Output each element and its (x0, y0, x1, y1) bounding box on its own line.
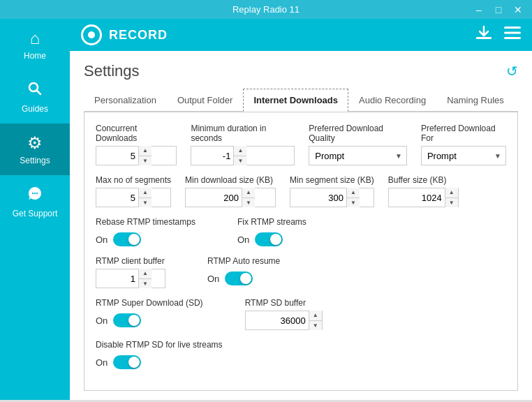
record-icon (81, 24, 102, 45)
form-row-1: Concurrent Downloads ▲ ▼ Minimum duratio… (96, 124, 506, 165)
topbar-actions (475, 25, 521, 45)
buffer-size-up[interactable]: ▲ (445, 188, 458, 198)
rtmp-client-buffer-down[interactable]: ▼ (139, 279, 152, 289)
min-duration-up[interactable]: ▲ (234, 146, 246, 156)
min-download-size-input[interactable] (186, 188, 242, 207)
support-icon (27, 185, 43, 206)
max-segments-down[interactable]: ▼ (139, 198, 152, 208)
min-segment-size-input[interactable] (290, 188, 346, 207)
disable-rtmp-sd-toggle-wrap: On (96, 355, 223, 369)
rtmp-client-buffer-input[interactable] (96, 269, 138, 288)
concurrent-downloads-input-wrap: ▲ ▼ (96, 146, 177, 165)
min-download-size-down[interactable]: ▼ (242, 198, 255, 208)
rtmp-client-buffer-spinner: ▲ ▼ (138, 269, 152, 288)
record-dot (88, 31, 95, 38)
concurrent-downloads-spinner: ▲ ▼ (138, 146, 152, 165)
fix-rtmp-on-label: On (237, 234, 249, 245)
min-segment-size-label: Min segment size (KB) (290, 175, 374, 185)
rtmp-sd-buffer-down[interactable]: ▼ (309, 321, 322, 331)
min-segment-size-group: Min segment size (KB) ▲ ▼ (290, 175, 374, 207)
fix-rtmp-toggle-knob (270, 234, 281, 245)
menu-icon[interactable] (504, 26, 521, 44)
rtmp-sd-buffer-input-wrap: ▲ ▼ (245, 311, 323, 330)
svg-point-3 (34, 193, 36, 194)
rtmp-auto-resume-on-label: On (207, 274, 219, 284)
rtmp-auto-resume-toggle-wrap: On (207, 271, 280, 285)
min-download-size-up[interactable]: ▲ (242, 188, 255, 198)
guides-icon (27, 80, 43, 101)
rtmp-sd-buffer-group: RTMP SD buffer ▲ ▼ (245, 298, 323, 330)
minimize-button[interactable]: – (472, 3, 486, 17)
titlebar-title: Replay Radio 11 (232, 4, 300, 15)
rtmp-auto-resume-toggle[interactable] (225, 271, 253, 285)
rebase-rtmp-group: Rebase RTMP timestamps On (96, 217, 195, 246)
buffer-size-group: Buffer size (KB) ▲ ▼ (388, 175, 459, 207)
tabs: Personalization Output Folder Internet D… (84, 89, 518, 112)
settings-header: Settings ↺ (84, 62, 518, 80)
buffer-size-down[interactable]: ▼ (445, 198, 458, 208)
rtmp-client-buffer-label: RTMP client buffer (96, 256, 165, 266)
min-download-size-spinner: ▲ ▼ (242, 188, 255, 207)
close-button[interactable]: ✕ (511, 3, 525, 17)
preferred-for-select-wrap: Prompt Video Audio ▼ (421, 146, 506, 165)
min-segment-size-input-wrap: ▲ ▼ (290, 188, 374, 207)
tab-naming-rules[interactable]: Naming Rules (436, 89, 515, 112)
titlebar-controls: – □ ✕ (472, 3, 525, 17)
rtmp-super-download-toggle[interactable] (113, 313, 141, 327)
concurrent-downloads-label: Concurrent Downloads (96, 124, 177, 143)
min-duration-input[interactable] (191, 147, 233, 165)
preferred-quality-group: Preferred Download Quality Prompt Best M… (309, 124, 407, 165)
preferred-quality-label: Preferred Download Quality (309, 124, 407, 143)
tab-output-folder[interactable]: Output Folder (167, 89, 244, 112)
preferred-for-select[interactable]: Prompt Video Audio (422, 147, 505, 165)
max-segments-input[interactable] (96, 188, 138, 207)
min-duration-input-wrap: ▲ ▼ (191, 146, 295, 165)
buffer-size-input[interactable] (389, 188, 445, 207)
concurrent-downloads-up[interactable]: ▲ (139, 146, 152, 156)
rebase-rtmp-toggle[interactable] (113, 232, 141, 246)
preferred-quality-select[interactable]: Prompt Best Medium Low (309, 147, 406, 165)
min-segment-size-spinner: ▲ ▼ (346, 188, 360, 207)
min-duration-down[interactable]: ▼ (234, 156, 246, 166)
fix-rtmp-group: Fix RTMP streams On (237, 217, 306, 246)
rebase-rtmp-label: Rebase RTMP timestamps (96, 217, 195, 227)
form-row-6: Disable RTMP SD for live streams On (96, 340, 506, 369)
sidebar-item-support[interactable]: Get Support (0, 175, 70, 228)
rtmp-super-download-toggle-wrap: On (96, 313, 203, 327)
reset-button[interactable]: ↺ (506, 63, 518, 80)
rtmp-sd-buffer-label: RTMP SD buffer (245, 298, 323, 308)
sidebar: ⌂ Home Guides ⚙ Settings (0, 19, 70, 400)
preferred-quality-select-wrap: Prompt Best Medium Low ▼ (309, 146, 407, 165)
rtmp-super-download-on-label: On (96, 315, 108, 326)
form-row-2: Max no of segments ▲ ▼ Min download size… (96, 175, 506, 207)
rtmp-sd-buffer-up[interactable]: ▲ (309, 311, 322, 321)
tab-audio-recording[interactable]: Audio Recording (348, 89, 436, 112)
rtmp-auto-resume-label: RTMP Auto resume (207, 256, 280, 266)
maximize-button[interactable]: □ (492, 3, 505, 17)
svg-point-2 (32, 193, 34, 194)
min-segment-size-up[interactable]: ▲ (347, 188, 360, 198)
sidebar-item-guides[interactable]: Guides (0, 70, 70, 124)
home-icon: ⌂ (30, 29, 40, 48)
disable-rtmp-sd-toggle-knob (128, 357, 140, 368)
min-segment-size-down[interactable]: ▼ (347, 198, 360, 208)
rtmp-client-buffer-up[interactable]: ▲ (139, 269, 152, 279)
main-content: RECORD Set (70, 19, 532, 400)
rtmp-auto-resume-toggle-knob (240, 273, 251, 284)
sidebar-item-home[interactable]: ⌂ Home (0, 19, 70, 70)
topbar-title: RECORD (109, 28, 475, 43)
svg-rect-8 (504, 37, 521, 39)
download-icon[interactable] (475, 25, 493, 45)
tab-internet-downloads[interactable]: Internet Downloads (243, 89, 348, 112)
svg-point-4 (36, 193, 38, 194)
disable-rtmp-sd-toggle[interactable] (113, 355, 141, 369)
max-segments-up[interactable]: ▲ (139, 188, 152, 198)
sidebar-item-settings[interactable]: ⚙ Settings (0, 124, 70, 175)
fix-rtmp-toggle[interactable] (255, 232, 283, 246)
preferred-for-label: Preferred Download For (421, 124, 506, 143)
tab-personalization[interactable]: Personalization (84, 89, 167, 112)
concurrent-downloads-down[interactable]: ▼ (139, 156, 152, 166)
concurrent-downloads-input[interactable] (96, 147, 138, 165)
rtmp-sd-buffer-input[interactable] (246, 311, 309, 329)
max-segments-spinner: ▲ ▼ (138, 188, 152, 207)
